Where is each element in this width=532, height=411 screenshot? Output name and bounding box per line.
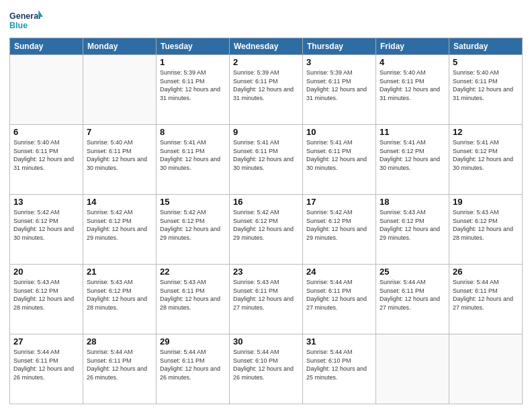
day-number: 3 bbox=[306, 57, 372, 67]
day-info: Sunrise: 5:43 AM Sunset: 6:12 PM Dayligh… bbox=[453, 208, 519, 242]
day-number: 10 bbox=[306, 127, 372, 137]
day-info: Sunrise: 5:41 AM Sunset: 6:12 PM Dayligh… bbox=[380, 138, 445, 172]
day-number: 11 bbox=[380, 127, 445, 137]
day-number: 31 bbox=[306, 336, 372, 347]
day-number: 14 bbox=[87, 197, 152, 207]
svg-marker-2 bbox=[38, 10, 43, 17]
logo-svg: General Blue bbox=[9, 7, 43, 34]
calendar-cell: 18Sunrise: 5:43 AM Sunset: 6:12 PM Dayli… bbox=[376, 195, 449, 265]
day-info: Sunrise: 5:44 AM Sunset: 6:11 PM Dayligh… bbox=[306, 278, 372, 312]
day-number: 23 bbox=[233, 267, 299, 277]
day-number: 29 bbox=[160, 336, 226, 347]
day-number: 25 bbox=[380, 267, 445, 277]
day-number: 26 bbox=[453, 267, 519, 277]
day-number: 16 bbox=[233, 197, 299, 207]
day-of-week-header: Wednesday bbox=[230, 38, 303, 55]
calendar-cell: 25Sunrise: 5:44 AM Sunset: 6:11 PM Dayli… bbox=[376, 265, 449, 334]
day-of-week-header: Tuesday bbox=[157, 38, 230, 55]
day-info: Sunrise: 5:43 AM Sunset: 6:12 PM Dayligh… bbox=[87, 278, 152, 312]
day-info: Sunrise: 5:43 AM Sunset: 6:11 PM Dayligh… bbox=[160, 278, 226, 312]
calendar-cell: 5Sunrise: 5:40 AM Sunset: 6:11 PM Daylig… bbox=[449, 55, 523, 125]
calendar-cell bbox=[10, 55, 83, 125]
day-info: Sunrise: 5:44 AM Sunset: 6:11 PM Dayligh… bbox=[13, 348, 79, 381]
calendar-cell: 19Sunrise: 5:43 AM Sunset: 6:12 PM Dayli… bbox=[449, 195, 523, 265]
day-number: 2 bbox=[233, 57, 299, 67]
day-number: 21 bbox=[87, 267, 152, 277]
day-info: Sunrise: 5:40 AM Sunset: 6:11 PM Dayligh… bbox=[13, 138, 79, 172]
day-number: 24 bbox=[306, 267, 372, 277]
day-of-week-header: Thursday bbox=[303, 38, 376, 55]
logo: General Blue bbox=[9, 7, 43, 34]
day-number: 30 bbox=[233, 336, 299, 347]
day-info: Sunrise: 5:44 AM Sunset: 6:11 PM Dayligh… bbox=[160, 348, 226, 381]
calendar-cell: 28Sunrise: 5:44 AM Sunset: 6:11 PM Dayli… bbox=[83, 334, 157, 404]
day-info: Sunrise: 5:40 AM Sunset: 6:11 PM Dayligh… bbox=[453, 68, 519, 102]
calendar-cell: 22Sunrise: 5:43 AM Sunset: 6:11 PM Dayli… bbox=[157, 265, 230, 334]
calendar-cell: 23Sunrise: 5:43 AM Sunset: 6:11 PM Dayli… bbox=[230, 265, 303, 334]
day-number: 28 bbox=[87, 336, 152, 347]
day-info: Sunrise: 5:43 AM Sunset: 6:12 PM Dayligh… bbox=[13, 278, 79, 312]
day-number: 5 bbox=[453, 57, 519, 67]
calendar-cell bbox=[376, 334, 449, 404]
calendar-cell: 31Sunrise: 5:44 AM Sunset: 6:10 PM Dayli… bbox=[303, 334, 376, 404]
calendar-cell: 10Sunrise: 5:41 AM Sunset: 6:11 PM Dayli… bbox=[303, 125, 376, 195]
calendar-cell: 11Sunrise: 5:41 AM Sunset: 6:12 PM Dayli… bbox=[376, 125, 449, 195]
calendar-cell: 4Sunrise: 5:40 AM Sunset: 6:11 PM Daylig… bbox=[376, 55, 449, 125]
calendar-cell: 13Sunrise: 5:42 AM Sunset: 6:12 PM Dayli… bbox=[10, 195, 83, 265]
day-number: 8 bbox=[160, 127, 226, 137]
day-number: 7 bbox=[87, 127, 152, 137]
calendar-cell: 3Sunrise: 5:39 AM Sunset: 6:11 PM Daylig… bbox=[303, 55, 376, 125]
day-number: 12 bbox=[453, 127, 519, 137]
calendar-cell: 2Sunrise: 5:39 AM Sunset: 6:11 PM Daylig… bbox=[230, 55, 303, 125]
day-number: 13 bbox=[13, 197, 79, 207]
calendar-cell: 20Sunrise: 5:43 AM Sunset: 6:12 PM Dayli… bbox=[10, 265, 83, 334]
day-number: 15 bbox=[160, 197, 226, 207]
calendar-cell: 29Sunrise: 5:44 AM Sunset: 6:11 PM Dayli… bbox=[157, 334, 230, 404]
day-number: 19 bbox=[453, 197, 519, 207]
calendar-cell: 16Sunrise: 5:42 AM Sunset: 6:12 PM Dayli… bbox=[230, 195, 303, 265]
day-info: Sunrise: 5:44 AM Sunset: 6:11 PM Dayligh… bbox=[87, 348, 152, 381]
day-info: Sunrise: 5:42 AM Sunset: 6:12 PM Dayligh… bbox=[160, 208, 226, 242]
day-info: Sunrise: 5:42 AM Sunset: 6:12 PM Dayligh… bbox=[87, 208, 152, 242]
day-of-week-header: Friday bbox=[376, 38, 449, 55]
day-info: Sunrise: 5:43 AM Sunset: 6:11 PM Dayligh… bbox=[233, 278, 299, 312]
calendar-cell: 6Sunrise: 5:40 AM Sunset: 6:11 PM Daylig… bbox=[10, 125, 83, 195]
day-number: 9 bbox=[233, 127, 299, 137]
day-info: Sunrise: 5:42 AM Sunset: 6:12 PM Dayligh… bbox=[233, 208, 299, 242]
calendar-cell: 8Sunrise: 5:41 AM Sunset: 6:11 PM Daylig… bbox=[157, 125, 230, 195]
calendar-cell: 21Sunrise: 5:43 AM Sunset: 6:12 PM Dayli… bbox=[83, 265, 157, 334]
day-number: 22 bbox=[160, 267, 226, 277]
day-number: 18 bbox=[380, 197, 445, 207]
day-info: Sunrise: 5:41 AM Sunset: 6:11 PM Dayligh… bbox=[160, 138, 226, 172]
day-of-week-header: Sunday bbox=[10, 38, 83, 55]
day-number: 17 bbox=[306, 197, 372, 207]
day-number: 6 bbox=[13, 127, 79, 137]
day-of-week-header: Monday bbox=[83, 38, 157, 55]
day-number: 4 bbox=[380, 57, 445, 67]
day-info: Sunrise: 5:41 AM Sunset: 6:11 PM Dayligh… bbox=[233, 138, 299, 172]
calendar: SundayMondayTuesdayWednesdayThursdayFrid… bbox=[9, 38, 523, 404]
day-info: Sunrise: 5:39 AM Sunset: 6:11 PM Dayligh… bbox=[160, 68, 226, 102]
calendar-cell: 12Sunrise: 5:41 AM Sunset: 6:12 PM Dayli… bbox=[449, 125, 523, 195]
day-info: Sunrise: 5:44 AM Sunset: 6:10 PM Dayligh… bbox=[233, 348, 299, 381]
day-of-week-header: Saturday bbox=[449, 38, 523, 55]
day-info: Sunrise: 5:42 AM Sunset: 6:12 PM Dayligh… bbox=[13, 208, 79, 242]
day-info: Sunrise: 5:42 AM Sunset: 6:12 PM Dayligh… bbox=[306, 208, 372, 242]
day-info: Sunrise: 5:41 AM Sunset: 6:12 PM Dayligh… bbox=[453, 138, 519, 172]
day-info: Sunrise: 5:41 AM Sunset: 6:11 PM Dayligh… bbox=[306, 138, 372, 172]
calendar-cell bbox=[83, 55, 157, 125]
svg-text:General: General bbox=[9, 11, 41, 21]
calendar-cell: 30Sunrise: 5:44 AM Sunset: 6:10 PM Dayli… bbox=[230, 334, 303, 404]
day-info: Sunrise: 5:43 AM Sunset: 6:12 PM Dayligh… bbox=[380, 208, 445, 242]
day-number: 1 bbox=[160, 57, 226, 67]
svg-text:Blue: Blue bbox=[9, 21, 28, 30]
day-info: Sunrise: 5:40 AM Sunset: 6:11 PM Dayligh… bbox=[87, 138, 152, 172]
calendar-cell bbox=[449, 334, 523, 404]
day-info: Sunrise: 5:44 AM Sunset: 6:11 PM Dayligh… bbox=[380, 278, 445, 312]
calendar-cell: 9Sunrise: 5:41 AM Sunset: 6:11 PM Daylig… bbox=[230, 125, 303, 195]
calendar-cell: 15Sunrise: 5:42 AM Sunset: 6:12 PM Dayli… bbox=[157, 195, 230, 265]
day-info: Sunrise: 5:40 AM Sunset: 6:11 PM Dayligh… bbox=[380, 68, 445, 102]
day-info: Sunrise: 5:44 AM Sunset: 6:10 PM Dayligh… bbox=[306, 348, 372, 381]
calendar-cell: 1Sunrise: 5:39 AM Sunset: 6:11 PM Daylig… bbox=[157, 55, 230, 125]
calendar-cell: 27Sunrise: 5:44 AM Sunset: 6:11 PM Dayli… bbox=[10, 334, 83, 404]
